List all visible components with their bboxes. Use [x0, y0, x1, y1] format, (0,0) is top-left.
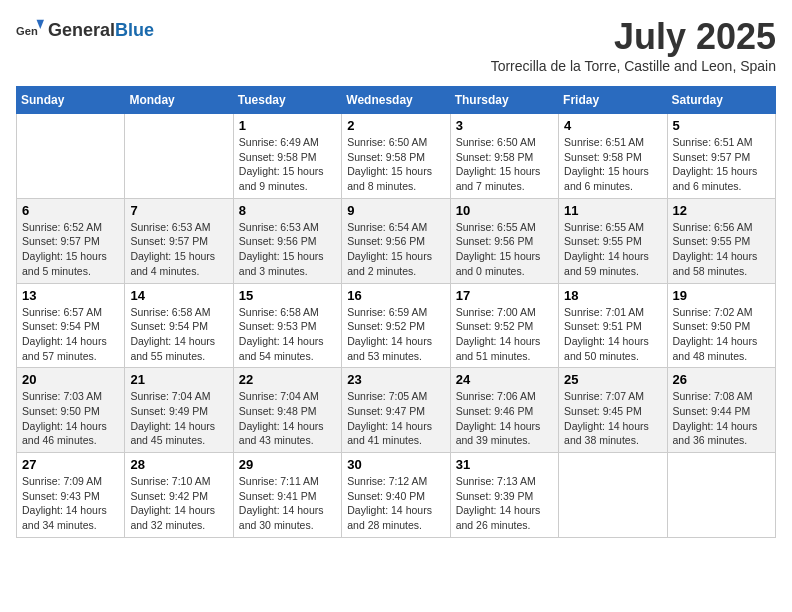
- day-cell: 30Sunrise: 7:12 AMSunset: 9:40 PMDayligh…: [342, 453, 450, 538]
- day-info: Sunrise: 6:52 AMSunset: 9:57 PMDaylight:…: [22, 220, 119, 279]
- header-cell-tuesday: Tuesday: [233, 87, 341, 114]
- day-info: Sunrise: 7:08 AMSunset: 9:44 PMDaylight:…: [673, 389, 770, 448]
- header-cell-saturday: Saturday: [667, 87, 775, 114]
- day-cell: 27Sunrise: 7:09 AMSunset: 9:43 PMDayligh…: [17, 453, 125, 538]
- day-info: Sunrise: 7:04 AMSunset: 9:49 PMDaylight:…: [130, 389, 227, 448]
- day-cell: 23Sunrise: 7:05 AMSunset: 9:47 PMDayligh…: [342, 368, 450, 453]
- day-number: 2: [347, 118, 444, 133]
- day-number: 1: [239, 118, 336, 133]
- day-info: Sunrise: 7:05 AMSunset: 9:47 PMDaylight:…: [347, 389, 444, 448]
- day-info: Sunrise: 6:53 AMSunset: 9:57 PMDaylight:…: [130, 220, 227, 279]
- day-info: Sunrise: 6:54 AMSunset: 9:56 PMDaylight:…: [347, 220, 444, 279]
- header-row: SundayMondayTuesdayWednesdayThursdayFrid…: [17, 87, 776, 114]
- title-block: July 2025 Torrecilla de la Torre, Castil…: [491, 16, 776, 82]
- day-cell: 16Sunrise: 6:59 AMSunset: 9:52 PMDayligh…: [342, 283, 450, 368]
- day-number: 18: [564, 288, 661, 303]
- day-cell: 11Sunrise: 6:55 AMSunset: 9:55 PMDayligh…: [559, 198, 667, 283]
- week-row-5: 27Sunrise: 7:09 AMSunset: 9:43 PMDayligh…: [17, 453, 776, 538]
- day-info: Sunrise: 6:50 AMSunset: 9:58 PMDaylight:…: [456, 135, 553, 194]
- day-info: Sunrise: 7:12 AMSunset: 9:40 PMDaylight:…: [347, 474, 444, 533]
- day-cell: [667, 453, 775, 538]
- day-cell: 13Sunrise: 6:57 AMSunset: 9:54 PMDayligh…: [17, 283, 125, 368]
- day-cell: 26Sunrise: 7:08 AMSunset: 9:44 PMDayligh…: [667, 368, 775, 453]
- day-number: 14: [130, 288, 227, 303]
- day-info: Sunrise: 6:50 AMSunset: 9:58 PMDaylight:…: [347, 135, 444, 194]
- day-number: 29: [239, 457, 336, 472]
- day-cell: 4Sunrise: 6:51 AMSunset: 9:58 PMDaylight…: [559, 114, 667, 199]
- day-cell: [17, 114, 125, 199]
- day-info: Sunrise: 6:51 AMSunset: 9:58 PMDaylight:…: [564, 135, 661, 194]
- header-cell-wednesday: Wednesday: [342, 87, 450, 114]
- calendar-table: SundayMondayTuesdayWednesdayThursdayFrid…: [16, 86, 776, 538]
- day-number: 7: [130, 203, 227, 218]
- week-row-3: 13Sunrise: 6:57 AMSunset: 9:54 PMDayligh…: [17, 283, 776, 368]
- day-cell: 17Sunrise: 7:00 AMSunset: 9:52 PMDayligh…: [450, 283, 558, 368]
- day-info: Sunrise: 6:55 AMSunset: 9:56 PMDaylight:…: [456, 220, 553, 279]
- day-cell: 12Sunrise: 6:56 AMSunset: 9:55 PMDayligh…: [667, 198, 775, 283]
- day-number: 4: [564, 118, 661, 133]
- day-cell: 14Sunrise: 6:58 AMSunset: 9:54 PMDayligh…: [125, 283, 233, 368]
- day-number: 11: [564, 203, 661, 218]
- day-cell: 8Sunrise: 6:53 AMSunset: 9:56 PMDaylight…: [233, 198, 341, 283]
- day-number: 17: [456, 288, 553, 303]
- day-number: 3: [456, 118, 553, 133]
- day-cell: 19Sunrise: 7:02 AMSunset: 9:50 PMDayligh…: [667, 283, 775, 368]
- day-number: 21: [130, 372, 227, 387]
- day-number: 26: [673, 372, 770, 387]
- header-cell-thursday: Thursday: [450, 87, 558, 114]
- day-cell: 24Sunrise: 7:06 AMSunset: 9:46 PMDayligh…: [450, 368, 558, 453]
- day-info: Sunrise: 7:06 AMSunset: 9:46 PMDaylight:…: [456, 389, 553, 448]
- day-number: 31: [456, 457, 553, 472]
- day-number: 16: [347, 288, 444, 303]
- day-info: Sunrise: 7:11 AMSunset: 9:41 PMDaylight:…: [239, 474, 336, 533]
- day-number: 27: [22, 457, 119, 472]
- week-row-4: 20Sunrise: 7:03 AMSunset: 9:50 PMDayligh…: [17, 368, 776, 453]
- day-cell: 6Sunrise: 6:52 AMSunset: 9:57 PMDaylight…: [17, 198, 125, 283]
- day-number: 6: [22, 203, 119, 218]
- day-info: Sunrise: 7:09 AMSunset: 9:43 PMDaylight:…: [22, 474, 119, 533]
- day-cell: 1Sunrise: 6:49 AMSunset: 9:58 PMDaylight…: [233, 114, 341, 199]
- logo-text-general: General: [48, 20, 115, 40]
- day-cell: 10Sunrise: 6:55 AMSunset: 9:56 PMDayligh…: [450, 198, 558, 283]
- day-info: Sunrise: 7:10 AMSunset: 9:42 PMDaylight:…: [130, 474, 227, 533]
- day-info: Sunrise: 6:55 AMSunset: 9:55 PMDaylight:…: [564, 220, 661, 279]
- logo-text-blue: Blue: [115, 20, 154, 40]
- day-info: Sunrise: 6:56 AMSunset: 9:55 PMDaylight:…: [673, 220, 770, 279]
- day-number: 10: [456, 203, 553, 218]
- day-number: 28: [130, 457, 227, 472]
- day-cell: 9Sunrise: 6:54 AMSunset: 9:56 PMDaylight…: [342, 198, 450, 283]
- day-cell: 20Sunrise: 7:03 AMSunset: 9:50 PMDayligh…: [17, 368, 125, 453]
- day-info: Sunrise: 6:59 AMSunset: 9:52 PMDaylight:…: [347, 305, 444, 364]
- day-number: 9: [347, 203, 444, 218]
- day-cell: 5Sunrise: 6:51 AMSunset: 9:57 PMDaylight…: [667, 114, 775, 199]
- day-number: 8: [239, 203, 336, 218]
- month-title: July 2025: [491, 16, 776, 58]
- day-number: 19: [673, 288, 770, 303]
- day-number: 12: [673, 203, 770, 218]
- subtitle: Torrecilla de la Torre, Castille and Leo…: [491, 58, 776, 74]
- day-cell: 22Sunrise: 7:04 AMSunset: 9:48 PMDayligh…: [233, 368, 341, 453]
- day-number: 15: [239, 288, 336, 303]
- day-info: Sunrise: 7:03 AMSunset: 9:50 PMDaylight:…: [22, 389, 119, 448]
- day-info: Sunrise: 6:58 AMSunset: 9:53 PMDaylight:…: [239, 305, 336, 364]
- day-cell: 7Sunrise: 6:53 AMSunset: 9:57 PMDaylight…: [125, 198, 233, 283]
- day-cell: [559, 453, 667, 538]
- day-info: Sunrise: 6:53 AMSunset: 9:56 PMDaylight:…: [239, 220, 336, 279]
- day-cell: 15Sunrise: 6:58 AMSunset: 9:53 PMDayligh…: [233, 283, 341, 368]
- day-number: 13: [22, 288, 119, 303]
- header: Gen GeneralBlue July 2025 Torrecilla de …: [16, 16, 776, 82]
- day-number: 22: [239, 372, 336, 387]
- day-number: 24: [456, 372, 553, 387]
- day-info: Sunrise: 7:04 AMSunset: 9:48 PMDaylight:…: [239, 389, 336, 448]
- logo: Gen GeneralBlue: [16, 16, 154, 44]
- day-cell: 31Sunrise: 7:13 AMSunset: 9:39 PMDayligh…: [450, 453, 558, 538]
- day-cell: 28Sunrise: 7:10 AMSunset: 9:42 PMDayligh…: [125, 453, 233, 538]
- day-info: Sunrise: 6:58 AMSunset: 9:54 PMDaylight:…: [130, 305, 227, 364]
- day-info: Sunrise: 6:51 AMSunset: 9:57 PMDaylight:…: [673, 135, 770, 194]
- logo-icon: Gen: [16, 16, 44, 44]
- day-info: Sunrise: 7:02 AMSunset: 9:50 PMDaylight:…: [673, 305, 770, 364]
- day-info: Sunrise: 6:57 AMSunset: 9:54 PMDaylight:…: [22, 305, 119, 364]
- week-row-2: 6Sunrise: 6:52 AMSunset: 9:57 PMDaylight…: [17, 198, 776, 283]
- header-cell-sunday: Sunday: [17, 87, 125, 114]
- day-cell: 2Sunrise: 6:50 AMSunset: 9:58 PMDaylight…: [342, 114, 450, 199]
